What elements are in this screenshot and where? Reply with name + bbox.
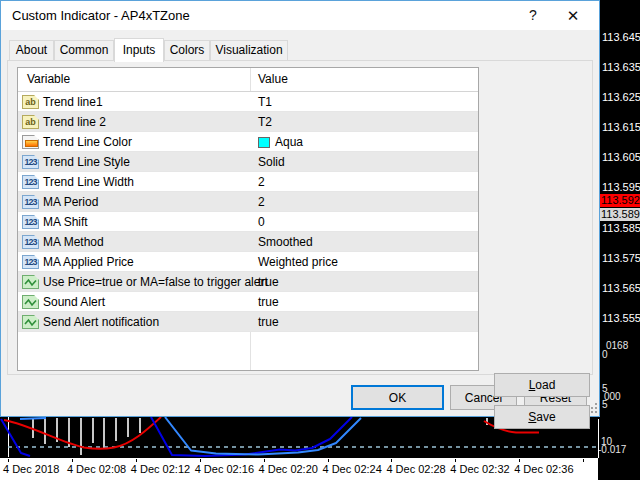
table-row[interactable]: ab Trend line 2 T2 bbox=[18, 112, 478, 132]
table-row[interactable]: Send Alert notification true bbox=[18, 312, 478, 332]
variable-name: Trend Line Color bbox=[43, 135, 132, 149]
time-label: 4 Dec 02:24 bbox=[323, 463, 382, 475]
price-label: 113.555 bbox=[602, 312, 640, 325]
load-button[interactable]: Load bbox=[494, 373, 590, 397]
lightblue-line-main bbox=[165, 417, 361, 455]
variable-value[interactable]: Weighted price bbox=[258, 255, 338, 269]
variable-value[interactable]: 2 bbox=[258, 195, 265, 209]
tab-visualization[interactable]: Visualization bbox=[210, 40, 288, 61]
table-row[interactable]: Sound Alert true bbox=[18, 292, 478, 312]
variable-name: Send Alert notification bbox=[43, 315, 159, 329]
variable-name: Trend line 2 bbox=[43, 115, 106, 129]
table-header: Variable Value bbox=[18, 68, 478, 92]
tab-inputs[interactable]: Inputs bbox=[114, 38, 164, 62]
variable-name: Sound Alert bbox=[43, 295, 105, 309]
bool-type-icon bbox=[22, 295, 39, 309]
axis-tick bbox=[328, 459, 329, 462]
price-label: 113.585 bbox=[602, 222, 640, 235]
variable-value[interactable]: true bbox=[258, 275, 279, 289]
variable-value[interactable]: T2 bbox=[258, 115, 272, 129]
price-label: 113.565 bbox=[602, 282, 640, 295]
price-label: 113.605 bbox=[602, 151, 640, 164]
variable-value[interactable]: Smoothed bbox=[258, 235, 313, 249]
color-type-icon bbox=[22, 135, 39, 149]
scale-fragment: 5 bbox=[602, 400, 608, 410]
axis-tick bbox=[583, 459, 584, 462]
tab-about[interactable]: About bbox=[9, 40, 54, 61]
price-label: 113.645 bbox=[602, 31, 640, 44]
save-button[interactable]: Save bbox=[494, 405, 590, 429]
price-label: 113.575 bbox=[602, 252, 640, 265]
axis-tick bbox=[136, 459, 137, 462]
table-row[interactable]: 123 MA Applied Price Weighted price bbox=[18, 252, 478, 272]
number-type-icon: 123 bbox=[22, 255, 39, 269]
variable-value[interactable]: 0 bbox=[258, 215, 265, 229]
variable-name: MA Period bbox=[43, 195, 98, 209]
time-label: 4 Dec 2018 bbox=[3, 463, 59, 475]
help-button[interactable]: ? bbox=[513, 1, 553, 30]
title-bar[interactable]: Custom Indicator - AP4xTZone ? ✕ bbox=[1, 1, 599, 30]
variable-name: Trend line1 bbox=[43, 95, 103, 109]
red-signal-line bbox=[4, 417, 161, 449]
variable-name: MA Applied Price bbox=[43, 255, 134, 269]
tab-colors[interactable]: Colors bbox=[164, 40, 210, 61]
lightblue-line-top bbox=[20, 418, 46, 419]
scale-fragment: 0168 bbox=[606, 341, 628, 351]
color-swatch bbox=[258, 137, 270, 148]
axis-tick bbox=[72, 459, 73, 462]
scale-fragment: -0.017 bbox=[598, 445, 626, 455]
table-row[interactable]: Use Price=true or MA=false to trigger al… bbox=[18, 272, 478, 292]
time-label: 4 Dec 02:28 bbox=[386, 463, 445, 475]
inputs-tab-page: Variable Value ab Trend line1 T1 ab Tren… bbox=[7, 60, 593, 375]
variable-name: Trend Line Width bbox=[43, 175, 134, 189]
variable-name: Trend Line Style bbox=[43, 155, 130, 169]
text-type-icon: ab bbox=[22, 115, 39, 129]
axis-tick bbox=[264, 459, 265, 462]
time-label: 4 Dec 02:20 bbox=[259, 463, 318, 475]
variable-value[interactable]: 2 bbox=[258, 175, 265, 189]
bool-type-icon bbox=[22, 275, 39, 289]
table-row[interactable]: 123 Trend Line Style Solid bbox=[18, 152, 478, 172]
number-type-icon: 123 bbox=[22, 215, 39, 229]
variable-value[interactable]: true bbox=[258, 295, 279, 309]
parameters-table[interactable]: Variable Value ab Trend line1 T1 ab Tren… bbox=[17, 67, 479, 371]
variable-name: MA Shift bbox=[43, 215, 88, 229]
axis-tick bbox=[8, 459, 9, 462]
table-row[interactable]: 123 Trend Line Width 2 bbox=[18, 172, 478, 192]
bool-type-icon bbox=[22, 315, 39, 329]
custom-indicator-dialog: Custom Indicator - AP4xTZone ? ✕ About C… bbox=[0, 0, 600, 417]
axis-tick bbox=[519, 459, 520, 462]
time-axis: 4 Dec 20184 Dec 02:084 Dec 02:124 Dec 02… bbox=[0, 458, 598, 480]
axis-tick bbox=[455, 459, 456, 462]
blue-line-left bbox=[1, 419, 30, 456]
text-type-icon: ab bbox=[22, 95, 39, 109]
time-label: 4 Dec 02:16 bbox=[195, 463, 254, 475]
variable-value[interactable]: true bbox=[258, 315, 279, 329]
column-header-variable: Variable bbox=[27, 72, 70, 86]
ok-button[interactable]: OK bbox=[351, 385, 444, 410]
variable-name: MA Method bbox=[43, 235, 104, 249]
table-row[interactable]: 123 MA Method Smoothed bbox=[18, 232, 478, 252]
table-row[interactable]: ab Trend line1 T1 bbox=[18, 92, 478, 112]
dialog-title: Custom Indicator - AP4xTZone bbox=[12, 8, 190, 23]
time-label: 4 Dec 02:08 bbox=[67, 463, 126, 475]
axis-tick bbox=[391, 459, 392, 462]
table-row[interactable]: 123 MA Period 2 bbox=[18, 192, 478, 212]
variable-value[interactable]: T1 bbox=[258, 95, 272, 109]
time-label: 4 Dec 02:36 bbox=[514, 463, 573, 475]
price-label: 113.635 bbox=[602, 61, 640, 74]
number-type-icon: 123 bbox=[22, 155, 39, 169]
ask-price-label: 113.589 bbox=[599, 208, 640, 221]
table-row[interactable]: 123 MA Shift 0 bbox=[18, 212, 478, 232]
scale-fragment: 0 bbox=[602, 350, 608, 360]
axis-border-line bbox=[598, 419, 599, 458]
number-type-icon: 123 bbox=[22, 235, 39, 249]
tab-common[interactable]: Common bbox=[54, 40, 114, 61]
variable-value[interactable]: Solid bbox=[258, 155, 285, 169]
close-button[interactable]: ✕ bbox=[553, 1, 593, 30]
variable-value[interactable]: Aqua bbox=[258, 135, 303, 149]
bid-price-label: 113.592 bbox=[599, 194, 640, 207]
column-header-value: Value bbox=[258, 72, 288, 86]
table-row[interactable]: Trend Line Color Aqua bbox=[18, 132, 478, 152]
number-type-icon: 123 bbox=[22, 195, 39, 209]
